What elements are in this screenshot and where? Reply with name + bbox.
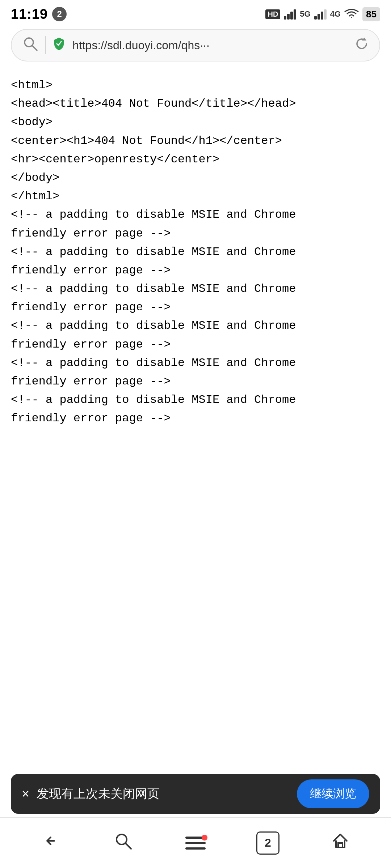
status-right: HD 5G 4G 85: [265, 7, 380, 21]
menu-notification-dot: [202, 835, 207, 841]
code-line-1: <html>: [11, 76, 380, 94]
code-line-8: <!-- a padding to disable MSIE and Chrom…: [11, 205, 380, 224]
menu-icon: [185, 837, 206, 850]
address-bar[interactable]: https://sdl.duoyi.com/qhs···: [11, 29, 380, 61]
battery-icon: 85: [362, 7, 380, 21]
code-line-11: friendly error page -->: [11, 261, 380, 280]
notification-badge: 2: [52, 7, 67, 21]
menu-line-3: [185, 847, 206, 850]
battery-level: 85: [366, 9, 377, 20]
nav-bar: 2: [0, 817, 391, 868]
nav-home-button[interactable]: [326, 829, 355, 858]
5g-signal-icon: [284, 9, 296, 20]
code-line-14: <!-- a padding to disable MSIE and Chrom…: [11, 316, 380, 335]
code-line-6: </body>: [11, 169, 380, 187]
nav-menu-button[interactable]: [181, 829, 210, 858]
nav-tabs-button[interactable]: 2: [253, 829, 282, 858]
status-time: 11:19: [11, 7, 48, 22]
search-icon: [22, 36, 38, 55]
code-line-19: friendly error page -->: [11, 409, 380, 427]
home-icon: [331, 831, 350, 855]
svg-line-4: [125, 843, 131, 849]
code-line-10: <!-- a padding to disable MSIE and Chrom…: [11, 243, 380, 261]
status-left: 11:19 2: [11, 7, 67, 22]
code-line-5: <hr><center>openresty</center>: [11, 150, 380, 169]
wifi-icon: [344, 9, 359, 20]
toast-message: 发现有上次未关闭网页: [37, 786, 290, 802]
page-content: <html> <head><title>404 Not Found</title…: [0, 69, 391, 435]
nav-back-button[interactable]: [36, 829, 65, 858]
code-line-16: <!-- a padding to disable MSIE and Chrom…: [11, 354, 380, 372]
toast-close-button[interactable]: ×: [22, 786, 29, 801]
tabs-count-badge: 2: [256, 831, 279, 855]
search-nav-icon: [114, 831, 133, 855]
menu-line-2: [185, 842, 206, 844]
toast-bar[interactable]: × 发现有上次未关闭网页 继续浏览: [11, 774, 380, 814]
code-line-18: <!-- a padding to disable MSIE and Chrom…: [11, 391, 380, 409]
code-line-12: <!-- a padding to disable MSIE and Chrom…: [11, 280, 380, 298]
divider: [45, 36, 46, 54]
hd-badge: HD: [265, 9, 280, 19]
5g-label: 5G: [300, 9, 310, 19]
reload-icon[interactable]: [355, 37, 369, 54]
secure-icon: [53, 37, 65, 54]
status-bar: 11:19 2 HD 5G 4G: [0, 0, 391, 25]
code-line-9: friendly error page -->: [11, 224, 380, 243]
svg-line-1: [32, 46, 37, 50]
code-line-4: <center><h1>404 Not Found</h1></center>: [11, 132, 380, 150]
back-icon: [41, 831, 60, 855]
toast-continue-button[interactable]: 继续浏览: [297, 779, 369, 808]
url-text: https://sdl.duoyi.com/qhs···: [72, 39, 348, 52]
code-line-17: friendly error page -->: [11, 372, 380, 391]
code-line-7: </html>: [11, 187, 380, 205]
code-line-13: friendly error page -->: [11, 298, 380, 316]
nav-search-button[interactable]: [109, 829, 138, 858]
code-line-3: <body>: [11, 113, 380, 131]
code-line-2: <head><title>404 Not Found</title></head…: [11, 94, 380, 113]
4g-label: 4G: [330, 9, 341, 19]
code-line-15: friendly error page -->: [11, 335, 380, 354]
svg-rect-5: [338, 843, 342, 847]
4g-signal-icon: [314, 9, 327, 20]
